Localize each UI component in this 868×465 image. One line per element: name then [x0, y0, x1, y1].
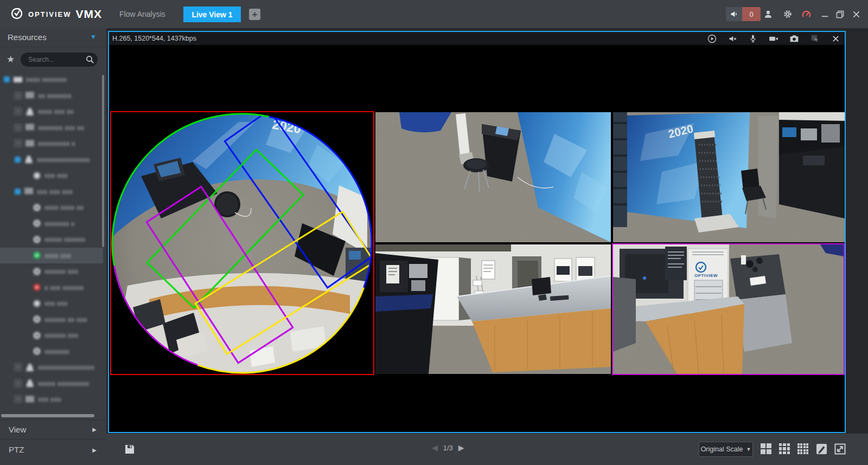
next-page-icon[interactable]: ▶: [458, 443, 464, 452]
live-view-window[interactable]: H.265, 1520*544, 1437kbps: [108, 31, 846, 433]
checkbox[interactable]: [4, 76, 10, 82]
tree-item[interactable]: xxxxxx xx xxx: [0, 312, 103, 328]
view-section-label: View: [9, 425, 26, 434]
split-16-icon[interactable]: [796, 442, 809, 455]
dewarp-panel-top-middle[interactable]: [375, 112, 611, 242]
tree-item-label: xxxxxxx x: [44, 219, 75, 228]
play-icon[interactable]: [707, 34, 717, 43]
fullscreen-icon[interactable]: [833, 442, 846, 455]
tree-item[interactable]: xxxxxx xxx: [0, 327, 103, 344]
split-4-icon[interactable]: [760, 442, 773, 455]
tree-item[interactable]: +xxxxxxxxxxxxxxxx: [0, 359, 103, 376]
view-section[interactable]: View ▶: [0, 419, 106, 439]
user-device-icon: [25, 379, 34, 387]
speaker-icon: [726, 7, 742, 21]
tree-item[interactable]: xxxx xxxxxxx: [0, 72, 103, 88]
tree-item-label: xxxxx xxxxxx: [44, 235, 85, 243]
ptz-camera-icon: [33, 315, 41, 323]
dewarp-panel-bottom-right[interactable]: OPTIVIEW: [612, 243, 845, 375]
expand-icon[interactable]: +: [15, 396, 22, 403]
tree-item[interactable]: xxxxxxx: [0, 344, 103, 360]
add-tab-button[interactable]: +: [249, 9, 260, 20]
tree-item[interactable]: +xx xxxxxxx: [0, 88, 103, 104]
settings-gear-icon[interactable]: [781, 8, 794, 21]
brand-name: OPTIVIEW: [28, 10, 72, 18]
resources-header[interactable]: Resources ▼: [0, 28, 106, 47]
star-icon[interactable]: ★: [7, 54, 15, 65]
mute-icon[interactable]: [727, 34, 737, 43]
split-9-icon[interactable]: [778, 442, 791, 455]
dewarp-panel-bottom-middle[interactable]: [375, 244, 611, 374]
user-device-icon: [24, 156, 33, 163]
camera-alarm-icon: [33, 283, 41, 291]
restore-icon[interactable]: [833, 8, 846, 21]
tree-item-label: xx xxxxxxx: [38, 92, 72, 100]
ptz-camera-icon: [33, 268, 41, 275]
tree-item-label: xxxxxx xxx: [44, 331, 78, 339]
tree-item-label: xxxxxxx xxx xx: [38, 124, 84, 132]
resources-sidebar: Resources ▼ ★ xxxx xxxxxxx +xx xxxxxxx +…: [0, 28, 107, 465]
tree-item[interactable]: xxxx xxxx xx: [0, 199, 103, 216]
magnifier-icon[interactable]: [86, 55, 94, 64]
device-icon: [25, 140, 34, 147]
tab-live-view-1[interactable]: Live View 1: [183, 7, 241, 22]
device-icon: [24, 188, 33, 195]
tree-item[interactable]: xxxxxxx x: [0, 216, 103, 232]
tree-item[interactable]: xxxxxx xxx: [0, 263, 103, 280]
tab-flow-analysis[interactable]: Flow Analysis: [119, 0, 165, 28]
device-icon: [25, 124, 34, 131]
microphone-icon[interactable]: [748, 34, 758, 43]
tree-item[interactable]: +xxxxxxx xxx xx: [0, 120, 103, 136]
checkbox[interactable]: [15, 189, 21, 195]
tree-item-label: xxxx xxx: [44, 251, 71, 260]
video-camera-icon[interactable]: [769, 34, 778, 43]
snapshot-icon[interactable]: [789, 34, 799, 43]
resources-title: Resources: [8, 33, 47, 42]
tree-item[interactable]: +xxxx xxx xx: [0, 104, 103, 120]
tree-item-label: xxxx xxxxxxx: [26, 75, 67, 83]
close-icon[interactable]: [850, 8, 863, 21]
chevron-right-icon: ▶: [92, 427, 97, 432]
expand-icon[interactable]: +: [15, 380, 22, 387]
alarm-sound-badge[interactable]: 0: [726, 7, 761, 21]
save-view-icon[interactable]: [124, 443, 136, 455]
minimize-icon[interactable]: [818, 8, 831, 21]
dewarp-video-2: 2020: [613, 112, 845, 242]
prev-page-icon[interactable]: ◀: [432, 443, 438, 452]
tree-item[interactable]: xxx xxx: [0, 295, 103, 312]
vmx-window: OPTIVIEW VMX Flow Analysis Live View 1 +…: [0, 0, 868, 465]
page-indicator: 1/3: [443, 444, 453, 452]
tree-vertical-scrollbar[interactable]: [102, 75, 104, 247]
tree-item-selected[interactable]: xxxx xxx: [0, 248, 103, 264]
tree-item[interactable]: xxx xxx xxx: [0, 184, 103, 200]
scale-select[interactable]: Original Scale ▼: [699, 442, 753, 457]
expand-icon[interactable]: +: [15, 364, 22, 371]
tree-item-label: xxxxxx xxx: [44, 267, 78, 275]
tree-item[interactable]: x xxx xxxxxx: [0, 280, 103, 296]
health-gauge-icon[interactable]: [800, 8, 813, 21]
object-select-icon[interactable]: [810, 34, 820, 43]
tree-item[interactable]: xxxxx xxxxxx: [0, 231, 103, 248]
expand-icon[interactable]: +: [15, 108, 22, 115]
chevron-down-icon[interactable]: ▼: [90, 33, 97, 41]
fisheye-video-panel[interactable]: 2020: [110, 111, 374, 375]
tree-item[interactable]: xxxxxxxxxxxxxxx: [0, 152, 103, 168]
expand-icon[interactable]: +: [15, 124, 22, 131]
user-icon[interactable]: [762, 8, 775, 21]
tree-item-label: xxxx xxx xx: [38, 107, 74, 115]
tree-item[interactable]: +xxx xxx: [0, 391, 103, 408]
custom-split-icon[interactable]: [815, 442, 828, 455]
tree-item[interactable]: +xxxxx xxxxxxxxx: [0, 376, 103, 392]
expand-icon[interactable]: +: [15, 140, 22, 147]
tree-horizontal-scrollbar[interactable]: [1, 414, 94, 417]
close-video-icon[interactable]: [831, 34, 840, 43]
checkbox[interactable]: [15, 157, 21, 163]
tree-item[interactable]: +xxxxxxxxx x: [0, 135, 103, 152]
dewarp-panel-top-right[interactable]: 2020: [613, 112, 845, 242]
expand-icon[interactable]: +: [15, 92, 22, 99]
ptz-section[interactable]: PTZ ▶: [0, 439, 106, 465]
tree-item[interactable]: xxx xxx: [0, 167, 103, 184]
video-stage: 2020: [109, 45, 845, 432]
fridge-logo-text: OPTIVIEW: [694, 273, 718, 278]
stream-info: H.265, 1520*544, 1437kbps: [112, 35, 196, 42]
